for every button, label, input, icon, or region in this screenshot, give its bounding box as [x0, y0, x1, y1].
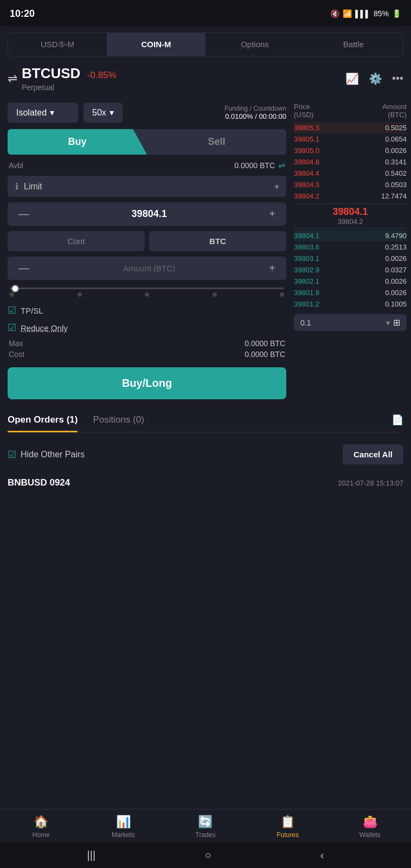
trades-icon: 🔄	[198, 815, 213, 829]
price-input-row: — +	[8, 202, 286, 226]
bid-row-4[interactable]: 39802.9 0.0327	[294, 264, 407, 276]
avbl-swap-icon[interactable]: ⇌	[278, 160, 285, 170]
bid-row-1[interactable]: 39804.1 9.4790	[294, 230, 407, 241]
nav-trades[interactable]: 🔄 Trades	[189, 815, 222, 839]
avbl-amount: 0.0000 BTC	[234, 161, 275, 170]
header: ⇌ BTCUSD -0.85% Perpetual 📈 ⚙️ •••	[0, 56, 411, 96]
tab-coinm[interactable]: COIN-M	[107, 33, 206, 56]
ob-mid-price-row[interactable]: 39804.1 39804.2	[294, 203, 407, 228]
qty-value: 0.1	[300, 318, 311, 327]
qty-chevron[interactable]: ▾	[386, 318, 390, 327]
chart-icon[interactable]: 📈	[345, 72, 359, 85]
reduce-only-label: Reduce Only	[21, 323, 68, 333]
bid-row-7[interactable]: 39801.2 0.1005	[294, 298, 407, 310]
ask-row-6[interactable]: 39804.3 0.0503	[294, 179, 407, 190]
tab-battle[interactable]: Battle	[304, 33, 403, 56]
tab-options[interactable]: Options	[206, 33, 304, 56]
cont-input[interactable]: Cont	[8, 231, 145, 251]
qty-selector[interactable]: 0.1 ▾ ⊞	[294, 314, 407, 331]
qty-list-icon[interactable]: ⊞	[393, 317, 400, 328]
reduce-only-row[interactable]: ☑ Reduce Only	[8, 322, 286, 334]
android-nav: ||| ○ ‹	[0, 842, 411, 868]
ask-row-3[interactable]: 39805.0 0.0026	[294, 145, 407, 156]
futures-icon: 📋	[280, 815, 295, 829]
ask-row-1[interactable]: 39805.3 0.5025	[294, 122, 407, 133]
ask-row-7[interactable]: 39804.2 12.7474	[294, 190, 407, 202]
margin-type-select[interactable]: Isolated ▾	[8, 103, 78, 123]
price-increment-button[interactable]: +	[266, 208, 279, 220]
funding-info: Funding / Countdown 0.0100% / 00:00:00	[224, 105, 286, 120]
android-home-button[interactable]: ○	[204, 849, 211, 861]
order-pair[interactable]: BNBUSD 0924	[8, 477, 70, 488]
ask-price-3: 39805.0	[294, 146, 319, 155]
ob-mid-sub: 39804.2	[338, 218, 363, 226]
btc-label: BTC	[149, 231, 286, 251]
pair-name[interactable]: BTCUSD	[22, 65, 80, 81]
nav-futures[interactable]: 📋 Futures	[272, 815, 304, 839]
leverage-slider[interactable]	[8, 288, 286, 297]
tpsl-checkbox[interactable]: ☑	[8, 304, 16, 316]
nav-wallets[interactable]: 👛 Wallets	[354, 815, 386, 839]
bid-row-6[interactable]: 39801.9 0.0026	[294, 287, 407, 298]
buy-sell-toggle: Buy Sell	[8, 129, 286, 155]
ask-amount-2: 0.0654	[385, 135, 407, 143]
reduce-only-checkbox[interactable]: ☑	[8, 322, 16, 334]
bid-amount-4: 0.0327	[385, 266, 407, 274]
nav-home[interactable]: 🏠 Home	[25, 815, 57, 839]
bottom-nav: 🏠 Home 📊 Markets 🔄 Trades 📋 Futures 👛 Wa…	[0, 809, 411, 868]
cost-row: Cost 0.0000 BTC	[8, 350, 286, 359]
nav-markets-label: Markets	[112, 831, 135, 839]
bid-row-3[interactable]: 39803.1 0.0026	[294, 253, 407, 264]
hide-pairs-checkbox[interactable]: ☑	[8, 449, 16, 461]
open-orders-tab[interactable]: Open Orders (1)	[8, 408, 78, 432]
slider-dot-25	[78, 292, 82, 297]
bid-price-5: 39802.1	[294, 277, 319, 285]
android-back-button[interactable]: ‹	[320, 849, 324, 861]
tab-usdm[interactable]: USD⑤-M	[8, 33, 107, 56]
amount-decrement-button[interactable]: —	[15, 262, 33, 275]
order-time: 2021-07-28 15:13:07	[338, 479, 403, 487]
ask-row-5[interactable]: 39804.4 0.5402	[294, 168, 407, 179]
swap-icon[interactable]: ⇌	[8, 72, 17, 86]
bid-amount-5: 0.0026	[385, 277, 407, 285]
slider-thumb[interactable]	[11, 285, 19, 292]
settings-icon[interactable]: ⚙️	[369, 72, 382, 85]
bid-amount-1: 9.4790	[385, 232, 407, 240]
margin-chevron: ▾	[50, 107, 54, 118]
doc-icon[interactable]: 📄	[391, 414, 403, 426]
slider-dot-75	[213, 292, 217, 297]
ob-mid-price: 39804.1	[332, 206, 368, 218]
order-type-select[interactable]: ℹ Limit ▾	[8, 176, 286, 197]
header-left: ⇌ BTCUSD -0.85% Perpetual	[8, 65, 345, 92]
battery-text: 85%	[374, 9, 389, 18]
ask-row-4[interactable]: 39804.8 0.3141	[294, 156, 407, 168]
bid-amount-3: 0.0026	[385, 254, 407, 263]
sell-button[interactable]: Sell	[147, 129, 286, 155]
amount-increment-button[interactable]: +	[266, 262, 279, 275]
slider-dots	[10, 292, 284, 297]
nav-trades-label: Trades	[196, 831, 216, 839]
android-menu-button[interactable]: |||	[87, 849, 96, 861]
bid-row-5[interactable]: 39802.1 0.0026	[294, 276, 407, 287]
bid-price-6: 39801.9	[294, 289, 319, 297]
positions-tab[interactable]: Positions (0)	[93, 408, 144, 432]
price-input[interactable]	[33, 208, 266, 220]
hide-pairs-left: ☑ Hide Other Pairs	[8, 449, 85, 461]
ask-price-6: 39804.3	[294, 181, 319, 189]
ask-price-5: 39804.4	[294, 169, 319, 177]
tpsl-row[interactable]: ☑ TP/SL	[8, 304, 286, 316]
cancel-all-button[interactable]: Cancel All	[343, 444, 403, 464]
buy-button[interactable]: Buy	[8, 129, 147, 155]
nav-markets[interactable]: 📊 Markets	[107, 815, 139, 839]
avbl-row: Avbl 0.0000 BTC ⇌	[8, 160, 286, 170]
more-icon[interactable]: •••	[392, 72, 403, 85]
slider-track[interactable]	[10, 288, 284, 289]
ask-row-2[interactable]: 39805.1 0.0654	[294, 133, 407, 145]
price-decrement-button[interactable]: —	[15, 208, 33, 220]
margin-row: Isolated ▾ 50x ▾ Funding / Countdown 0.0…	[8, 96, 286, 123]
bid-row-2[interactable]: 39803.6 0.2513	[294, 241, 407, 253]
buy-long-button[interactable]: Buy/Long	[8, 367, 286, 399]
bid-price-3: 39803.1	[294, 254, 319, 263]
leverage-select[interactable]: 50x ▾	[84, 103, 123, 123]
hide-pairs-label: Hide Other Pairs	[21, 450, 85, 459]
